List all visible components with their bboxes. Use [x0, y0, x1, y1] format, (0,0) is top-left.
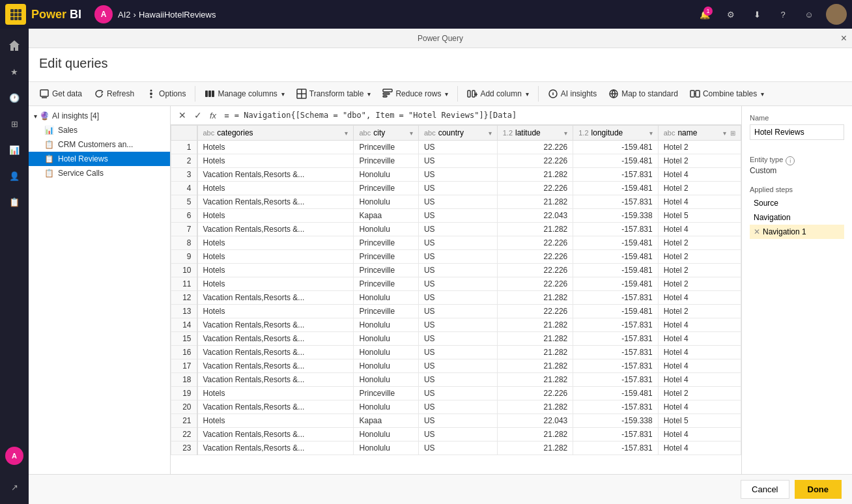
cell-city: Kapaa [354, 414, 418, 428]
cell-rownum: 22 [171, 428, 197, 441]
cell-country: US [418, 168, 497, 182]
cell-country: US [418, 182, 497, 195]
cell-name: Hotel 4 [658, 223, 741, 236]
sidebar-apps-icon[interactable]: ⊞ [3, 112, 26, 135]
sidebar-favorites-icon[interactable]: ★ [3, 60, 26, 83]
power-query-dialog: Power Query × Edit queries Get data Refr… [29, 29, 852, 504]
table-row[interactable]: 23 Vacation Rentals,Resorts &... Honolul… [171, 441, 741, 455]
emoji-icon[interactable]: ☺ [800, 5, 818, 23]
formula-bar: ✕ ✓ fx = [171, 106, 741, 125]
data-grid-container[interactable]: abc categories ▾ abc city ▾ [171, 125, 741, 474]
formula-input[interactable] [234, 111, 736, 120]
map-to-standard-button[interactable]: Map to standard [603, 85, 683, 103]
sidebar-expand-icon[interactable]: ↗ [3, 475, 26, 499]
table-row[interactable]: 19 Hotels Princeville US 22.226 -159.481… [171, 387, 741, 400]
sidebar-user-icon[interactable]: A [3, 444, 26, 468]
table-row[interactable]: 18 Vacation Rentals,Resorts &... Honolul… [171, 373, 741, 387]
pq-body: ▾ 🔮 AI insights [4] 📊 Sales 📋 CRM Custom… [29, 106, 852, 474]
options-button[interactable]: Options [141, 85, 191, 103]
svg-rect-21 [383, 93, 390, 94]
settings-icon[interactable]: ⚙ [722, 5, 740, 23]
cell-categories: Vacation Rentals,Resorts &... [197, 195, 354, 209]
add-column-button[interactable]: Add column ▾ [462, 85, 533, 103]
step-navigation-1[interactable]: ✕ Navigation 1 [750, 225, 844, 239]
col-header-latitude[interactable]: 1.2 latitude ▾ [497, 126, 573, 141]
get-data-button[interactable]: Get data [34, 85, 87, 103]
manage-columns-button[interactable]: Manage columns ▾ [199, 85, 289, 103]
table-icon-sales: 📊 [44, 126, 54, 135]
formula-confirm-button[interactable]: ✓ [192, 109, 205, 122]
query-item-crm[interactable]: 📋 CRM Customers an... [29, 137, 170, 152]
refresh-button[interactable]: Refresh [89, 85, 139, 103]
sidebar-recent-icon[interactable]: 🕐 [3, 86, 26, 109]
formula-cancel-button[interactable]: ✕ [176, 109, 189, 122]
cell-rownum: 3 [171, 168, 197, 182]
combine-tables-button[interactable]: Combine tables ▾ [685, 85, 769, 103]
transform-table-button[interactable]: Transform table ▾ [291, 85, 376, 103]
table-row[interactable]: 13 Hotels Princeville US 22.226 -159.481… [171, 305, 741, 318]
done-button[interactable]: Done [795, 480, 842, 499]
table-row[interactable]: 22 Vacation Rentals,Resorts &... Honolul… [171, 428, 741, 441]
cell-name: Hotel 4 [658, 400, 741, 414]
query-item-sales[interactable]: 📊 Sales [29, 123, 170, 137]
ai-insights-button[interactable]: AI insights [543, 85, 602, 103]
col-header-country[interactable]: abc country ▾ [418, 126, 497, 141]
cell-name: Hotel 5 [658, 209, 741, 223]
cell-name: Hotel 4 [658, 332, 741, 346]
table-row[interactable]: 10 Hotels Princeville US 22.226 -159.481… [171, 264, 741, 277]
cell-rownum: 10 [171, 264, 197, 277]
reduce-rows-button[interactable]: Reduce rows ▾ [377, 85, 453, 103]
help-icon[interactable]: ? [774, 5, 792, 23]
col-header-name[interactable]: abc name ▾ ⊞ [658, 126, 741, 141]
col-header-longitude[interactable]: 1.2 longitude ▾ [573, 126, 658, 141]
cell-rownum: 20 [171, 400, 197, 414]
waffle-menu-button[interactable] [5, 4, 26, 25]
table-row[interactable]: 14 Vacation Rentals,Resorts &... Honolul… [171, 318, 741, 332]
table-row[interactable]: 21 Hotels Kapaa US 22.043 -159.338 Hotel… [171, 414, 741, 428]
table-row[interactable]: 11 Hotels Princeville US 22.226 -159.481… [171, 277, 741, 291]
col-header-city[interactable]: abc city ▾ [354, 126, 418, 141]
download-icon[interactable]: ⬇ [748, 5, 766, 23]
cell-longitude: -159.481 [573, 154, 658, 168]
query-item-hotel-reviews[interactable]: 📋 Hotel Reviews [29, 152, 170, 166]
cell-city: Honolulu [354, 428, 418, 441]
close-button[interactable]: × [841, 33, 847, 44]
table-row[interactable]: 5 Vacation Rentals,Resorts &... Honolulu… [171, 195, 741, 209]
step-delete-icon[interactable]: ✕ [754, 227, 760, 236]
sidebar-reports-icon[interactable]: 📊 [3, 138, 26, 161]
table-row[interactable]: 4 Hotels Princeville US 22.226 -159.481 … [171, 182, 741, 195]
sidebar-user-avatar: A [5, 447, 23, 465]
table-row[interactable]: 9 Hotels Princeville US 22.226 -159.481 … [171, 250, 741, 264]
entity-type-info-icon[interactable]: i [786, 156, 795, 165]
user-initial-avatar: A [94, 5, 113, 23]
cell-latitude: 21.282 [497, 400, 573, 414]
table-row[interactable]: 1 Hotels Princeville US 22.226 -159.481 … [171, 141, 741, 154]
breadcrumb: AI2 › HawaiiHotelReviews [118, 10, 216, 20]
col-header-categories[interactable]: abc categories ▾ [197, 126, 354, 141]
svg-rect-15 [208, 91, 211, 97]
breadcrumb-item-1: AI2 [118, 10, 131, 20]
name-input[interactable] [750, 124, 844, 140]
table-row[interactable]: 12 Vacation Rentals,Resorts &... Honolul… [171, 291, 741, 305]
table-row[interactable]: 8 Hotels Princeville US 22.226 -159.481 … [171, 236, 741, 250]
queries-group-header[interactable]: ▾ 🔮 AI insights [4] [29, 109, 170, 123]
cell-longitude: -159.338 [573, 414, 658, 428]
notification-bell-button[interactable]: 🔔 1 [696, 5, 714, 23]
sidebar-people-icon[interactable]: 👤 [3, 164, 26, 188]
step-navigation[interactable]: Navigation [750, 210, 844, 225]
table-row[interactable]: 2 Hotels Princeville US 22.226 -159.481 … [171, 154, 741, 168]
step-source[interactable]: Source [750, 196, 844, 210]
table-row[interactable]: 20 Vacation Rentals,Resorts &... Honolul… [171, 400, 741, 414]
cancel-button[interactable]: Cancel [741, 480, 789, 499]
entity-type-value: Custom [750, 166, 844, 175]
table-row[interactable]: 16 Vacation Rentals,Resorts &... Honolul… [171, 346, 741, 359]
user-profile-avatar[interactable] [826, 4, 847, 25]
sidebar-learn-icon[interactable]: 📋 [3, 190, 26, 214]
table-row[interactable]: 6 Hotels Kapaa US 22.043 -159.338 Hotel … [171, 209, 741, 223]
table-row[interactable]: 7 Vacation Rentals,Resorts &... Honolulu… [171, 223, 741, 236]
query-item-service-calls[interactable]: 📋 Service Calls [29, 166, 170, 180]
table-row[interactable]: 17 Vacation Rentals,Resorts &... Honolul… [171, 359, 741, 373]
sidebar-home-icon[interactable] [3, 34, 26, 57]
table-row[interactable]: 15 Vacation Rentals,Resorts &... Honolul… [171, 332, 741, 346]
table-row[interactable]: 3 Vacation Rentals,Resorts &... Honolulu… [171, 168, 741, 182]
